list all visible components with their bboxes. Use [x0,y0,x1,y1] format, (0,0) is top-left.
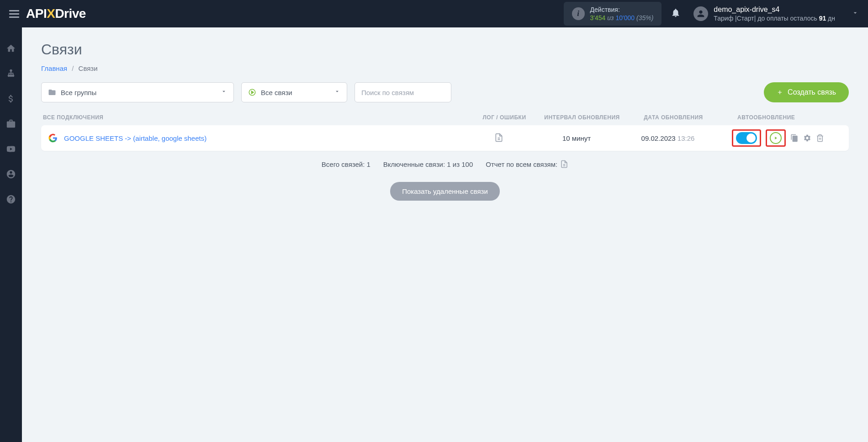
interval-value: 10 минут [531,134,622,142]
actions-stat: 3'454 из 10'000 (35%) [590,14,654,22]
chevron-down-icon [221,88,227,96]
main-content: Связи Главная / Связи Все группы Все свя… [22,27,868,442]
user-name: demo_apix-drive_s4 [714,5,835,15]
sidebar-toolbox-icon[interactable] [0,119,22,129]
notifications-icon[interactable] [671,8,681,20]
highlight-toggle [732,129,761,147]
actions-label: Действия: [590,5,654,14]
delete-button[interactable] [816,134,824,142]
show-deleted-button[interactable]: Показать удаленные связи [390,182,500,201]
sidebar-help-icon[interactable] [0,194,22,204]
auto-update-toggle[interactable] [736,132,757,144]
page-title: Связи [41,41,849,58]
col-date: ДАТА ОБНОВЛЕНИЯ [628,114,719,121]
status-select[interactable]: Все связи [241,82,347,102]
info-icon: i [572,7,585,20]
breadcrumb-current: Связи [79,64,98,72]
create-connection-button[interactable]: Создать связь [764,82,849,102]
document-icon [494,133,503,142]
sidebar [0,27,22,442]
google-icon [48,133,58,143]
copy-button[interactable] [790,134,799,142]
top-header: APIXDrive i Действия: 3'454 из 10'000 (3… [0,0,868,27]
chevron-down-icon[interactable] [852,9,859,18]
sidebar-account-icon[interactable] [0,169,22,179]
date-value: 09.02.2023 13:26 [622,134,714,142]
settings-button[interactable] [803,134,811,142]
col-auto: АВТООБНОВЛЕНИЕ [719,114,847,121]
sidebar-home-icon[interactable] [0,43,22,53]
play-circle-icon [248,88,256,96]
actions-counter[interactable]: i Действия: 3'454 из 10'000 (35%) [564,2,662,26]
summary-total: Всего связей: 1 [322,160,370,168]
table-row: GOOGLE SHEETS -> (airtable, google sheet… [41,125,849,151]
sidebar-billing-icon[interactable] [0,94,22,104]
col-name: ВСЕ ПОДКЛЮЧЕНИЯ [43,114,472,121]
chevron-down-icon [334,88,340,96]
document-icon [560,160,568,168]
logo[interactable]: APIXDrive [26,6,86,21]
log-button[interactable] [467,133,531,144]
filter-controls: Все группы Все связи Создать связь [41,82,849,102]
row-actions [714,129,842,147]
summary-row: Всего связей: 1 Включенные связи: 1 из 1… [41,160,849,168]
breadcrumb-home[interactable]: Главная [41,64,67,72]
search-input[interactable] [355,82,451,102]
run-now-button[interactable] [770,132,782,144]
col-interval: ИНТЕРВАЛ ОБНОВЛЕНИЯ [536,114,628,121]
table-header: ВСЕ ПОДКЛЮЧЕНИЯ ЛОГ / ОШИБКИ ИНТЕРВАЛ ОБ… [41,114,849,125]
connection-link[interactable]: GOOGLE SHEETS -> (airtable, google sheet… [64,134,467,142]
plus-icon [777,89,783,96]
avatar-icon [693,6,708,21]
play-icon [773,136,778,140]
user-menu[interactable]: demo_apix-drive_s4 Тариф |Старт| до опла… [693,5,859,23]
col-log: ЛОГ / ОШИБКИ [472,114,536,121]
hamburger-menu-icon[interactable] [9,10,19,18]
summary-enabled: Включенные связи: 1 из 100 [383,160,473,168]
gear-icon [803,134,811,142]
sidebar-connections-icon[interactable] [0,69,22,79]
sidebar-youtube-icon[interactable] [0,144,22,154]
trash-icon [816,134,824,142]
folder-icon [48,88,56,96]
groups-select[interactable]: Все группы [41,82,234,102]
summary-report[interactable]: Отчет по всем связям: [486,160,568,168]
tariff-info: Тариф |Старт| до оплаты осталось 91 дн [714,14,835,22]
copy-icon [790,134,799,142]
highlight-play [766,129,786,147]
breadcrumb: Главная / Связи [41,64,849,72]
